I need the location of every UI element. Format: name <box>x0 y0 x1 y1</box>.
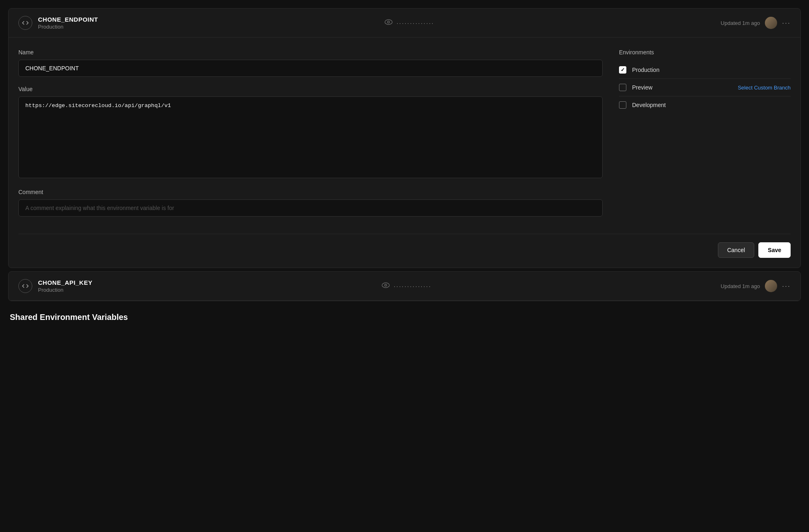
environments-label: Environments <box>619 49 791 56</box>
masked-value-2: ·············· <box>394 283 432 289</box>
env-label-preview: Preview <box>632 84 738 91</box>
avatar-2 <box>765 280 777 292</box>
updated-text-2: Updated 1m ago <box>721 283 760 289</box>
env-label-development: Development <box>632 102 791 108</box>
code-icon-1 <box>18 16 32 30</box>
svg-point-0 <box>385 20 392 25</box>
comment-input[interactable] <box>18 199 603 217</box>
more-button-2[interactable]: ··· <box>782 282 791 291</box>
name-label: Name <box>18 49 603 56</box>
var-title-block-1: CHONE_ENDPOINT Production <box>38 16 98 30</box>
var-title-block-2: CHONE_API_KEY Production <box>38 279 92 293</box>
svg-point-1 <box>387 21 389 23</box>
eye-icon-1[interactable] <box>384 19 393 27</box>
value-textarea[interactable]: https://edge.sitecorecloud.io/api/graphq… <box>18 96 603 178</box>
more-button-1[interactable]: ··· <box>782 19 791 27</box>
value-label: Value <box>18 86 603 92</box>
var-env-1: Production <box>38 24 98 30</box>
code-icon-2 <box>18 279 32 293</box>
save-button[interactable]: Save <box>758 242 791 258</box>
header-middle-1: ·············· <box>98 19 721 27</box>
checkbox-development[interactable] <box>619 101 626 109</box>
env-var-card-2: CHONE_API_KEY Production ·············· … <box>8 271 801 301</box>
comment-field-group: Comment <box>18 189 603 217</box>
form-divider <box>18 234 791 234</box>
card-header-2: CHONE_API_KEY Production ·············· … <box>9 272 800 301</box>
var-name-2: CHONE_API_KEY <box>38 279 92 286</box>
checkmark-production: ✓ <box>621 67 625 73</box>
svg-point-3 <box>384 284 387 286</box>
updated-text-1: Updated 1m ago <box>721 20 760 26</box>
cancel-button[interactable]: Cancel <box>718 242 755 258</box>
env-item-development: Development <box>619 96 791 114</box>
svg-point-2 <box>382 283 389 288</box>
header-right-2: Updated 1m ago ··· <box>721 280 791 292</box>
environments-section: Environments ✓ Production Preview Select… <box>619 49 791 114</box>
avatar-1 <box>765 17 777 29</box>
card-body-1: Name Value https://edge.sitecorecloud.io… <box>9 38 800 268</box>
checkbox-preview[interactable] <box>619 84 626 91</box>
env-item-production: ✓ Production <box>619 61 791 79</box>
section-title: Shared Environment Variables <box>8 313 801 322</box>
var-env-2: Production <box>38 287 92 293</box>
select-custom-branch-link[interactable]: Select Custom Branch <box>738 85 791 91</box>
value-field-group: Value https://edge.sitecorecloud.io/api/… <box>18 86 603 180</box>
env-item-preview: Preview Select Custom Branch <box>619 79 791 96</box>
var-name-1: CHONE_ENDPOINT <box>38 16 98 23</box>
checkbox-production[interactable]: ✓ <box>619 66 626 74</box>
env-label-production: Production <box>632 67 791 73</box>
form-left-1: Name Value https://edge.sitecorecloud.io… <box>18 49 603 226</box>
env-var-card-1: CHONE_ENDPOINT Production ··············… <box>8 8 801 268</box>
comment-label: Comment <box>18 189 603 195</box>
header-middle-2: ·············· <box>92 282 721 290</box>
eye-icon-2[interactable] <box>382 282 390 290</box>
card-header-1: CHONE_ENDPOINT Production ··············… <box>9 9 800 38</box>
form-layout-1: Name Value https://edge.sitecorecloud.io… <box>18 49 791 226</box>
name-input[interactable] <box>18 60 603 77</box>
form-right-1: Environments ✓ Production Preview Select… <box>619 49 791 226</box>
actions-row: Cancel Save <box>18 242 791 258</box>
name-field-group: Name <box>18 49 603 77</box>
masked-value-1: ·············· <box>397 20 435 26</box>
header-right-1: Updated 1m ago ··· <box>721 17 791 29</box>
